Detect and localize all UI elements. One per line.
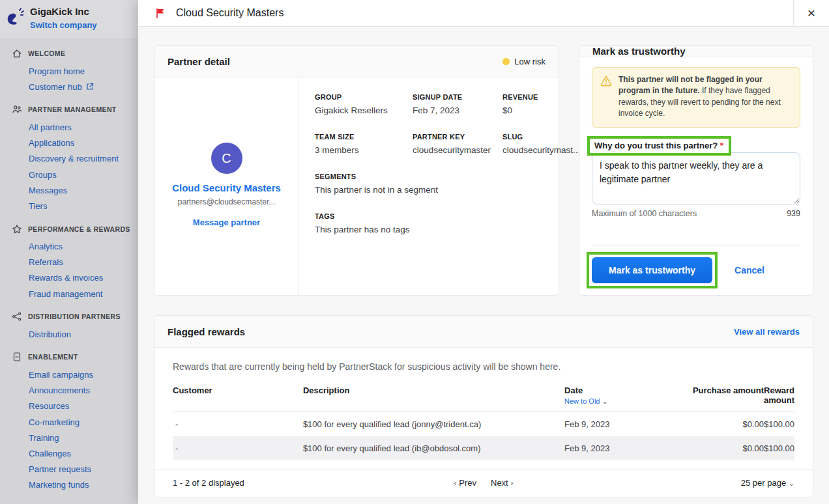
characters-remaining: 939: [787, 209, 800, 218]
max-characters-note: Maximum of 1000 characters: [592, 209, 697, 218]
col-purchase-amount: Purchase amount: [668, 382, 764, 412]
partner-fields-column: GROUP Gigakick Resellers SIGNUP DATE Feb…: [299, 77, 592, 295]
sidebar-header: GigaKick Inc Switch company: [0, 0, 138, 38]
sidebar-item-groups[interactable]: Groups: [12, 167, 133, 182]
sidebar-item-tiers[interactable]: Tiers: [12, 198, 133, 214]
partner-detail-body: C Cloud Security Masters partners@clouds…: [154, 77, 559, 295]
table-row[interactable]: - $100 for every qualified lead (ib@obdo…: [173, 436, 794, 460]
next-button[interactable]: Next ›: [491, 478, 514, 488]
sidebar-item-all-partners[interactable]: All partners: [12, 119, 133, 135]
main-header: Cloud Security Masters ×: [138, 0, 829, 27]
partner-detail-card: Partner detail Low risk C Cloud Security…: [154, 45, 559, 296]
col-customer: Customer: [173, 382, 303, 412]
field-signup-date: SIGNUP DATE Feb 7, 2023: [413, 93, 502, 115]
switch-company-link[interactable]: Switch company: [30, 20, 97, 30]
sidebar-item-discovery-recruitment[interactable]: Discovery & recruitment: [12, 151, 133, 167]
risk-dot-icon: [502, 58, 510, 65]
trust-question-label: Why do you trust this partner? *: [587, 136, 731, 156]
close-icon[interactable]: ×: [793, 0, 829, 26]
warning-text: This partner will not be flagged in your…: [618, 74, 792, 120]
sidebar-item-fraud-management[interactable]: Fraud management: [12, 286, 133, 301]
nav-section-distribution-partners: DISTRIBUTION PARTNERS Distribution: [12, 311, 133, 342]
sidebar-item-challenges[interactable]: Challenges: [12, 445, 133, 461]
table-row[interactable]: - $100 for every qualified lead (jonny@t…: [173, 412, 794, 436]
field-segments: SEGMENTS This partner is not in a segmen…: [315, 173, 580, 195]
page-title: Cloud Security Masters: [176, 7, 284, 19]
trust-panel-card: Mark as trustworthy This partner will no…: [579, 45, 813, 296]
people-icon: [12, 104, 22, 115]
pagination-summary: 1 - 2 of 2 displayed: [173, 478, 454, 488]
sidebar-item-resources[interactable]: Resources: [12, 399, 133, 414]
per-page-select[interactable]: 25 per page ⌄: [514, 478, 794, 488]
flagged-rewards-card: Flagged rewards View all rewards Rewards…: [154, 315, 813, 498]
sidebar-item-distribution[interactable]: Distribution: [12, 326, 133, 342]
flag-icon: [155, 8, 166, 19]
sidebar-item-customer-hub[interactable]: Customer hub: [12, 79, 133, 94]
nav-section-performance-rewards-title: PERFORMANCE & REWARDS: [12, 224, 133, 234]
field-group: GROUP Gigakick Resellers: [315, 93, 413, 115]
field-partner-key: PARTNER KEY cloudsecuritymaster: [413, 133, 502, 155]
sidebar-item-referrals[interactable]: Referrals: [12, 255, 133, 270]
trust-panel-body: This partner will not be flagged in your…: [579, 57, 813, 299]
star-icon: [12, 224, 22, 234]
home-icon: [12, 48, 22, 59]
avatar: C: [211, 143, 242, 174]
nav-section-partner-management-title: PARTNER MANAGEMENT: [12, 104, 133, 115]
main-panel: Cloud Security Masters × Partner detail …: [138, 0, 829, 504]
sidebar-item-messages[interactable]: Messages: [12, 182, 133, 198]
cancel-link[interactable]: Cancel: [734, 265, 764, 275]
prev-button[interactable]: ‹ Prev: [454, 478, 476, 488]
pagination-controls: ‹ Prev Next ›: [454, 478, 513, 488]
trust-actions-row: Mark as trustworthy Cancel: [592, 252, 800, 288]
message-partner-link[interactable]: Message partner: [193, 217, 260, 227]
table-header-row: Customer Description Date New to Old ⌄ P…: [173, 382, 794, 412]
flagged-rewards-description: Rewards that are currently being held by…: [154, 348, 813, 382]
sidebar: GigaKick Inc Switch company WELCOME Prog…: [0, 0, 138, 504]
partner-identity-column: C Cloud Security Masters partners@clouds…: [154, 77, 299, 295]
field-team-size: TEAM SIZE 3 members: [315, 133, 413, 155]
trust-panel-divider: [592, 245, 800, 246]
nav-section-performance-rewards: PERFORMANCE & REWARDS Analytics Referral…: [12, 224, 133, 302]
col-reward-amount[interactable]: Reward amount: [764, 382, 794, 412]
chevron-down-icon: ⌄: [789, 479, 794, 487]
sidebar-item-training[interactable]: Training: [12, 430, 133, 445]
partner-detail-header: Partner detail Low risk: [154, 46, 559, 77]
view-all-rewards-link[interactable]: View all rewards: [734, 327, 800, 337]
company-name: GigaKick Inc: [30, 6, 97, 17]
sidebar-item-analytics[interactable]: Analytics: [12, 239, 133, 255]
sidebar-item-rewards-invoices[interactable]: Rewards & invoices: [12, 270, 133, 286]
warning-banner: This partner will not be flagged in your…: [592, 67, 800, 128]
nav-section-distribution-partners-title: DISTRIBUTION PARTNERS: [12, 311, 133, 322]
trust-panel-title: Mark as trustworthy: [592, 46, 686, 57]
col-description: Description: [303, 382, 564, 412]
sidebar-item-announcements[interactable]: Announcements: [12, 383, 133, 399]
gigakick-logo-icon: [5, 7, 25, 27]
detail-row: Partner detail Low risk C Cloud Security…: [154, 45, 813, 296]
submit-highlight-box: Mark as trustworthy: [587, 252, 718, 288]
nav-section-partner-management: PARTNER MANAGEMENT All partners Applicat…: [12, 104, 133, 214]
nav-section-welcome-title: WELCOME: [12, 48, 133, 59]
required-asterisk: *: [720, 141, 723, 150]
header-left: Cloud Security Masters: [138, 0, 793, 26]
nav-section-enablement-title: ENABLEMENT: [12, 352, 133, 362]
network-icon: [12, 311, 22, 322]
content: Partner detail Low risk C Cloud Security…: [138, 27, 829, 504]
field-slug: SLUG cloudsecuritymast...: [502, 133, 580, 155]
field-revenue: REVENUE $0: [502, 93, 580, 115]
sidebar-item-email-campaigns[interactable]: Email campaigns: [12, 367, 133, 382]
flagged-rewards-table: Customer Description Date New to Old ⌄ P…: [173, 382, 794, 460]
trust-panel-header: Mark as trustworthy: [579, 46, 813, 57]
document-icon: [12, 352, 22, 362]
date-sort-dropdown[interactable]: New to Old ⌄: [564, 397, 668, 406]
nav-section-welcome: WELCOME Program home Customer hub: [12, 48, 133, 94]
mark-as-trustworthy-button[interactable]: Mark as trustworthy: [592, 257, 712, 283]
sidebar-item-applications[interactable]: Applications: [12, 135, 133, 151]
app: GigaKick Inc Switch company WELCOME Prog…: [0, 0, 829, 504]
col-date-sort[interactable]: Date New to Old ⌄: [564, 382, 668, 412]
sidebar-item-marketing-funds[interactable]: Marketing funds: [12, 477, 133, 493]
sidebar-item-co-marketing[interactable]: Co-marketing: [12, 414, 133, 430]
trust-reason-textarea[interactable]: I speak to this partner weekly, they are…: [592, 152, 800, 204]
partner-name-link[interactable]: Cloud Security Masters: [172, 182, 281, 193]
sidebar-item-partner-requests[interactable]: Partner requests: [12, 462, 133, 477]
sidebar-item-program-home[interactable]: Program home: [12, 63, 133, 79]
